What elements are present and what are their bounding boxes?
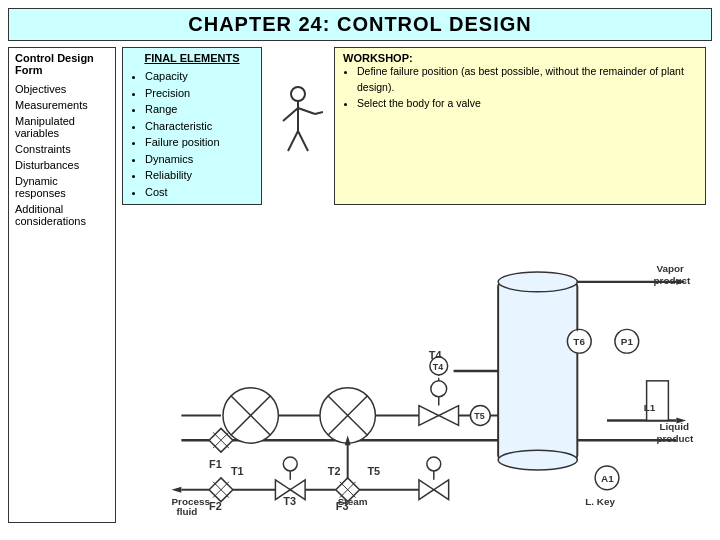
svg-text:T4: T4	[433, 362, 443, 372]
svg-text:product: product	[657, 433, 694, 444]
liquid-product-label: Liquid	[659, 421, 689, 432]
fe-item-reliability: Reliability	[145, 167, 253, 184]
workshop-item-2: Select the body for a valve	[357, 96, 697, 112]
t3-label: T3	[283, 495, 296, 507]
svg-point-56	[427, 457, 441, 471]
svg-marker-29	[439, 406, 459, 426]
t5-bot-label: T5	[367, 465, 380, 477]
diagram-area: T1 T2 T5	[116, 209, 712, 523]
fe-title: FINAL ELEMENTS	[131, 52, 253, 64]
svg-point-0	[291, 87, 305, 101]
svg-point-51	[283, 457, 297, 471]
workshop-title: WORKSHOP:	[343, 52, 413, 64]
sidebar-item-disturbances[interactable]: Disturbances	[15, 158, 109, 172]
f2-label: F2	[209, 500, 222, 512]
svg-point-15	[498, 272, 577, 292]
sidebar-item-constraints[interactable]: Constraints	[15, 142, 109, 156]
a1-label: A1	[601, 473, 614, 484]
fe-item-cost: Cost	[145, 184, 253, 201]
svg-line-4	[315, 112, 323, 114]
sidebar-item-additional[interactable]: Additional considerations	[15, 202, 109, 228]
svg-line-5	[288, 131, 298, 151]
fe-item-dynamics: Dynamics	[145, 151, 253, 168]
svg-marker-53	[419, 480, 434, 500]
top-row: FINAL ELEMENTS Capacity Precision Range …	[116, 47, 712, 205]
stick-figure-area	[268, 47, 328, 205]
l-key-label: L. Key	[585, 496, 615, 507]
fe-item-range: Range	[145, 101, 253, 118]
svg-marker-54	[434, 480, 449, 500]
fe-item-capacity: Capacity	[145, 68, 253, 85]
fe-item-failure: Failure position	[145, 134, 253, 151]
vapor-product-label: Vapor	[657, 263, 685, 274]
final-elements-box: FINAL ELEMENTS Capacity Precision Range …	[122, 47, 262, 205]
svg-text:product: product	[654, 275, 691, 286]
workshop-box: WORKSHOP: Define failure position (as be…	[334, 47, 706, 205]
svg-line-2	[283, 108, 298, 121]
svg-marker-28	[419, 406, 439, 426]
svg-text:fluid: fluid	[176, 506, 197, 517]
svg-line-3	[298, 108, 315, 114]
process-diagram: T1 T2 T5	[122, 209, 706, 523]
fe-item-precision: Precision	[145, 85, 253, 102]
l1-label: L1	[644, 402, 656, 413]
p1-label: P1	[621, 336, 634, 347]
process-fluid-label: Process	[171, 496, 210, 507]
workshop-item-1: Define failure position (as best possibl…	[357, 64, 697, 96]
sidebar-item-objectives[interactable]: Objectives	[15, 82, 109, 96]
sidebar: Control Design Form Objectives Measureme…	[8, 47, 116, 523]
workshop-list: Define failure position (as best possibl…	[343, 64, 697, 111]
fe-list: Capacity Precision Range Characteristic …	[131, 68, 253, 200]
sidebar-item-measurements[interactable]: Measurements	[15, 98, 109, 112]
center-content: FINAL ELEMENTS Capacity Precision Range …	[116, 47, 712, 523]
svg-rect-14	[498, 282, 577, 460]
f1-label: F1	[209, 458, 222, 470]
svg-marker-43	[171, 487, 181, 493]
fe-item-characteristic: Characteristic	[145, 118, 253, 135]
t2-label: T2	[328, 465, 341, 477]
t1-label: T1	[231, 465, 244, 477]
sidebar-item-manipulated[interactable]: Manipulated variables	[15, 114, 109, 140]
page-title: CHAPTER 24: CONTROL DESIGN	[8, 8, 712, 41]
steam-label: Steam	[338, 496, 368, 507]
t5-top-label: T5	[474, 411, 484, 421]
sidebar-item-dynamic[interactable]: Dynamic responses	[15, 174, 109, 200]
svg-point-16	[498, 450, 577, 470]
main-content: Control Design Form Objectives Measureme…	[8, 47, 712, 523]
sidebar-title: Control Design Form	[15, 52, 109, 76]
svg-line-6	[298, 131, 308, 151]
stick-figure-icon	[273, 86, 323, 166]
svg-point-31	[431, 381, 447, 397]
t6-label: T6	[573, 336, 585, 347]
page: CHAPTER 24: CONTROL DESIGN Control Desig…	[0, 0, 720, 540]
